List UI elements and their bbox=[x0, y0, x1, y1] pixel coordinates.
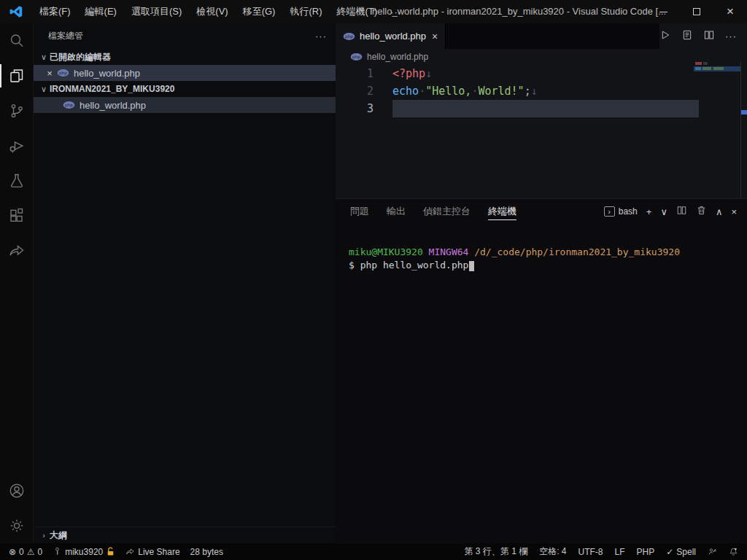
explorer-more-actions-icon[interactable]: ··· bbox=[315, 31, 327, 42]
live-share-icon[interactable] bbox=[0, 233, 33, 268]
notifications-status[interactable] bbox=[729, 547, 738, 556]
tab-output[interactable]: 輸出 bbox=[387, 199, 406, 224]
svg-text:php: php bbox=[352, 55, 360, 60]
file-size-status[interactable]: 28 bytes bbox=[190, 547, 223, 557]
code-token: ; bbox=[525, 85, 531, 98]
close-panel-icon[interactable]: × bbox=[731, 206, 737, 217]
close-button[interactable]: × bbox=[713, 0, 747, 23]
menu-go[interactable]: 移至(G) bbox=[236, 0, 283, 23]
extensions-icon[interactable] bbox=[0, 198, 33, 233]
warning-icon: ⚠ bbox=[27, 547, 35, 557]
line-number-active: 3 bbox=[336, 100, 374, 117]
menu-view[interactable]: 檢視(V) bbox=[189, 0, 235, 23]
open-editor-item[interactable]: × php hello_world.php bbox=[34, 65, 336, 81]
open-editors-section[interactable]: ∨ 已開啟的編輯器 bbox=[34, 49, 336, 65]
explorer-icon[interactable] bbox=[0, 58, 33, 93]
settings-gear-icon[interactable] bbox=[0, 508, 33, 543]
status-bar: ⊗ 0 ⚠ 0 miku3920 Live Share 28 bytes 第 3… bbox=[0, 543, 747, 560]
menu-edit[interactable]: 編輯(E) bbox=[78, 0, 124, 23]
account-name: miku3920 bbox=[65, 547, 103, 557]
feedback-status[interactable] bbox=[708, 547, 717, 556]
activity-bar bbox=[0, 23, 33, 543]
outline-label: 大綱 bbox=[50, 529, 67, 542]
whitespace-arrow: ↓ bbox=[531, 85, 538, 98]
maximize-button[interactable] bbox=[680, 0, 713, 23]
search-icon[interactable] bbox=[0, 23, 33, 58]
ruler-cursor-marker bbox=[741, 110, 747, 114]
indentation-status[interactable]: 空格: 4 bbox=[539, 545, 566, 558]
file-tree-item[interactable]: php hello_world.php bbox=[34, 97, 336, 113]
live-share-status[interactable]: Live Share bbox=[125, 547, 179, 557]
vscode-logo-icon bbox=[9, 4, 23, 19]
error-icon: ⊗ bbox=[9, 547, 16, 557]
language-mode-status[interactable]: PHP bbox=[637, 547, 655, 557]
editor-group: php hello_world.php × ··· php hello_worl… bbox=[336, 23, 747, 198]
kill-terminal-icon[interactable] bbox=[696, 205, 707, 219]
svg-text:php: php bbox=[59, 71, 67, 76]
editor-more-actions-icon[interactable]: ··· bbox=[725, 31, 737, 42]
tab-close-icon[interactable]: × bbox=[432, 31, 438, 42]
folder-section[interactable]: ∨ IRONMAN2021_BY_MIKU3920 bbox=[34, 81, 336, 97]
line-number: 1 bbox=[336, 65, 374, 82]
eol-status[interactable]: LF bbox=[615, 547, 625, 557]
chevron-down-icon: ∨ bbox=[38, 85, 50, 94]
spell-status[interactable]: ✓ Spell bbox=[666, 547, 696, 557]
lock-icon bbox=[106, 547, 115, 556]
code-token: echo bbox=[392, 85, 419, 98]
outline-section[interactable]: › 大綱 bbox=[34, 526, 336, 543]
key-icon bbox=[53, 547, 62, 556]
explorer-sidebar: 檔案總管 ··· ∨ 已開啟的編輯器 × php hello_world.php… bbox=[33, 23, 336, 543]
testing-icon[interactable] bbox=[0, 163, 33, 198]
menu-selection[interactable]: 選取項目(S) bbox=[124, 0, 189, 23]
menu-run[interactable]: 執行(R) bbox=[282, 0, 329, 23]
error-count: 0 bbox=[19, 547, 24, 557]
breadcrumb-item[interactable]: hello_world.php bbox=[367, 52, 428, 62]
php-file-icon: php bbox=[63, 101, 75, 109]
code-area[interactable]: 1 <?php↓ 2 echo·"Hello,·World!";↓ 3 bbox=[336, 65, 747, 117]
tab-debug-console[interactable]: 偵錯主控台 bbox=[423, 199, 471, 224]
source-control-icon[interactable] bbox=[0, 93, 33, 128]
line-number: 2 bbox=[336, 82, 374, 100]
close-editor-icon[interactable]: × bbox=[44, 68, 55, 79]
terminal-output[interactable]: miku@MIKU3920 MINGW64 /d/_code/php/ironm… bbox=[336, 224, 747, 272]
maximize-panel-icon[interactable]: ∧ bbox=[716, 206, 723, 217]
minimap[interactable] bbox=[694, 62, 740, 135]
split-editor-button[interactable] bbox=[703, 29, 715, 44]
terminal-prompt-env: MINGW64 bbox=[429, 246, 469, 257]
terminal-prompt-path: /d/_code/php/ironman2021_by_miku3920 bbox=[474, 246, 680, 257]
menu-file[interactable]: 檔案(F) bbox=[32, 0, 78, 23]
editor-tab-bar: php hello_world.php × ··· bbox=[336, 23, 747, 49]
accounts-icon[interactable] bbox=[0, 473, 33, 508]
terminal-cursor bbox=[469, 261, 474, 271]
php-file-icon: php bbox=[350, 52, 363, 61]
cursor-position-status[interactable]: 第 3 行、第 1 欄 bbox=[465, 545, 528, 558]
problems-status[interactable]: ⊗ 0 ⚠ 0 bbox=[9, 547, 42, 557]
tab-problems[interactable]: 問題 bbox=[350, 199, 369, 224]
language-value: PHP bbox=[637, 547, 655, 557]
tab-terminal[interactable]: 終端機 bbox=[488, 199, 516, 224]
tab-hello-world-php[interactable]: php hello_world.php × bbox=[336, 23, 446, 49]
new-terminal-icon[interactable]: + bbox=[646, 206, 652, 217]
terminal-command: $ php hello_world.php bbox=[349, 260, 468, 271]
terminal-shell-selector[interactable]: › bash bbox=[604, 206, 638, 217]
php-file-icon: php bbox=[343, 32, 355, 41]
code-token: <?php bbox=[392, 67, 425, 80]
sidebar-title: 檔案總管 bbox=[48, 30, 83, 42]
split-terminal-icon[interactable] bbox=[676, 205, 687, 219]
eol-value: LF bbox=[615, 547, 625, 557]
live-share-label: Live Share bbox=[138, 547, 179, 557]
minimize-button[interactable] bbox=[646, 0, 680, 23]
account-status[interactable]: miku3920 bbox=[53, 547, 115, 557]
close-icon: × bbox=[727, 0, 734, 23]
encoding-status[interactable]: UTF-8 bbox=[578, 547, 603, 557]
minimize-icon bbox=[659, 12, 667, 12]
breadcrumb[interactable]: php hello_world.php bbox=[336, 49, 747, 65]
overview-ruler[interactable] bbox=[740, 62, 747, 198]
code-token: World!" bbox=[478, 85, 524, 98]
chevron-down-icon: ∨ bbox=[38, 52, 50, 62]
run-file-button[interactable] bbox=[659, 29, 671, 44]
run-debug-icon[interactable] bbox=[0, 128, 33, 163]
run-php-file-button[interactable] bbox=[681, 29, 693, 44]
terminal-dropdown-icon[interactable]: ∨ bbox=[660, 206, 667, 217]
file-size-value: 28 bytes bbox=[190, 547, 223, 557]
